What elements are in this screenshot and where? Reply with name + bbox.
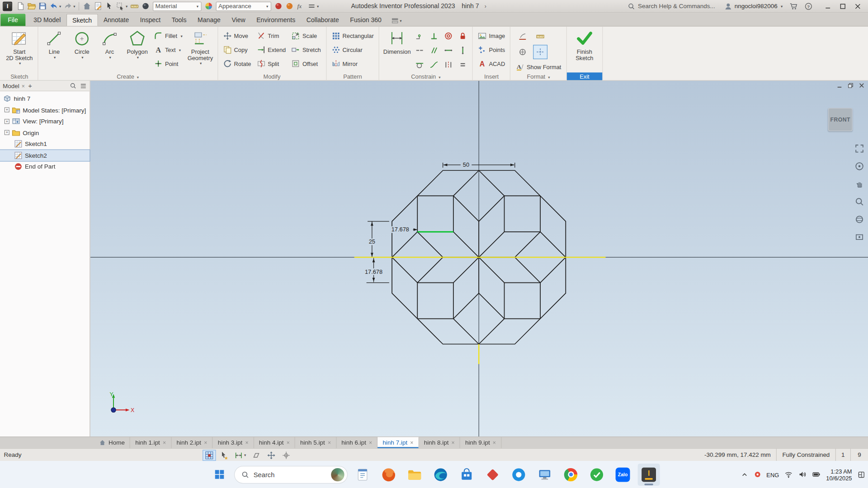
view-cube[interactable]: FRONT [828,108,853,131]
doc-minimize-button[interactable] [837,83,842,88]
ribbon-tab-fusion-360[interactable]: Fusion 360 [344,14,387,26]
copy-tool-button[interactable]: Copy [221,44,253,56]
notification-center-button[interactable] [858,470,865,478]
inventor-app-icon[interactable]: I [3,1,12,11]
fillet-tool-button[interactable]: Fillet▾ [152,30,184,42]
taskbar-app-file-explorer[interactable] [404,464,426,486]
circle-tool-button[interactable]: Circle▾ [68,28,96,59]
ribbon-tab-3d-model[interactable]: 3D Model [28,14,66,26]
expand-toggle[interactable]: + [5,130,9,135]
finish-sketch-button[interactable]: FinishSketch [569,28,600,61]
doc-tab-hinh-8-ipt[interactable]: hinh 8.ipt× [419,437,460,448]
taskbar-app-this-pc[interactable] [533,464,556,486]
insert-acad-button[interactable]: AACAD [476,57,507,70]
doc-tab-hinh-3-ipt[interactable]: hinh 3.ipt× [213,437,254,448]
taskbar-app-photos[interactable] [508,464,530,486]
ribbon-group-label-create[interactable]: Create ▾ [38,72,217,80]
move-tool-button[interactable]: Move [221,30,253,42]
ribbon-tab-inspect[interactable]: Inspect [135,14,166,26]
lock-constraint-button[interactable] [456,29,469,42]
parallel-constraint-button[interactable] [428,44,441,57]
browser-menu-button[interactable] [80,82,87,89]
close-icon[interactable]: × [22,83,25,89]
symmetric-constraint-button[interactable] [442,58,455,71]
close-icon[interactable]: × [287,440,290,446]
snap-grid-button[interactable] [203,450,216,460]
help-button[interactable]: ? [804,2,812,10]
coincident-constraint-button[interactable] [413,29,426,42]
close-icon[interactable]: × [163,440,166,446]
close-icon[interactable]: × [369,440,372,446]
cursor-button[interactable] [104,1,114,11]
tree-item-model-states-primary[interactable]: +Model States: [Primary] [0,104,90,116]
ribbon-tab-view[interactable]: View [226,14,251,26]
close-icon[interactable]: × [410,440,413,446]
equal-constraint-button[interactable] [456,58,469,71]
insert-points-button[interactable]: Points [476,44,507,56]
show-format-button[interactable]: AShow Format [514,61,563,73]
rectangular-pattern-button[interactable]: Rectangular [330,30,375,42]
doc-restore-button[interactable] [848,83,853,88]
tree-item-view-primary[interactable]: +View: [Primary] [0,116,90,127]
arc-tool-button[interactable]: Arc▾ [96,28,123,59]
orbit-button[interactable] [855,215,864,224]
scale-tool-button[interactable]: Scale [290,30,323,42]
home-button[interactable] [81,1,92,11]
ribbon-group-label-constrain[interactable]: Constrain ▾ [379,72,472,80]
doc-tab-hinh-7-ipt[interactable]: hinh 7.ipt× [378,437,419,448]
stretch-tool-button[interactable]: Stretch [290,44,323,56]
wifi-icon[interactable] [784,470,793,479]
navigation-expand-button[interactable] [855,144,864,153]
doc-tab-hinh-2-ipt[interactable]: hinh 2.ipt× [171,437,212,448]
taskbar-app-chrome[interactable] [560,464,582,486]
ribbon-tab-file[interactable]: File [0,14,25,26]
start-button[interactable] [208,464,230,486]
browser-tab-model[interactable]: Model × [3,82,25,89]
open-button[interactable] [26,1,37,11]
doc-tab-home[interactable]: Home [94,437,130,448]
close-icon[interactable]: × [328,440,331,446]
project-geometry-button[interactable]: ProjectGeometry▾ [185,28,215,65]
maximize-button[interactable] [835,0,850,12]
pan-button[interactable] [855,179,864,189]
browser-search-button[interactable] [70,82,76,89]
format-line-weight-button[interactable] [534,30,547,43]
close-icon[interactable]: × [245,440,248,446]
insert-image-button[interactable]: Image [476,30,507,42]
mirror-tool-button[interactable]: Mirror [330,57,375,70]
model-canvas[interactable]: 502517.67817.678YX FRONT [90,81,868,436]
look-at-button[interactable] [855,232,864,242]
battery-icon[interactable] [812,470,821,479]
taskbar-search[interactable]: Search [234,465,348,483]
material-ball-orange-button[interactable] [284,1,295,11]
new-file-button[interactable] [15,1,26,11]
ribbon-tab-environments[interactable]: Environments [251,14,301,26]
tray-expand-button[interactable] [741,470,748,478]
collinear-constraint-button[interactable] [413,44,426,57]
parameters-fx-button[interactable]: fx [295,1,306,11]
circular-pattern-button[interactable]: Circular [330,44,375,56]
move-snap-button[interactable] [264,450,278,460]
taskbar-app-red-diamond[interactable] [481,464,504,486]
extend-tool-button[interactable]: Extend [255,44,288,56]
close-icon[interactable]: × [493,440,496,446]
taskbar-app-notepad[interactable] [352,464,374,486]
redo-button[interactable]: ▾ [62,1,76,11]
sketch-canvas[interactable]: 502517.67817.678YX [90,81,868,436]
ribbon-tab-annotate[interactable]: Annotate [98,14,135,26]
appearance-sphere-button[interactable] [140,1,151,11]
expand-toggle[interactable]: + [5,119,9,124]
ribbon-tab-tools[interactable]: Tools [166,14,192,26]
line-tool-button[interactable]: Line▾ [40,28,68,59]
tree-item-end-of-part[interactable]: End of Part [0,161,90,172]
format-line-type-button[interactable] [516,30,529,43]
taskbar-app-zalo[interactable]: Zalo [612,464,634,486]
tree-item-sketch2[interactable]: Sketch2 [0,150,90,161]
help-search[interactable]: Search Help & Commands... [628,3,715,10]
concentric-constraint-button[interactable] [442,29,455,42]
dimension-tool-button[interactable]: Dimension [382,28,413,55]
precise-input-button[interactable] [279,450,292,460]
ribbon-group-label-format[interactable]: Format ▾ [510,72,566,80]
color-wheel-button[interactable] [203,1,214,11]
offset-tool-button[interactable]: Offset [290,57,323,70]
